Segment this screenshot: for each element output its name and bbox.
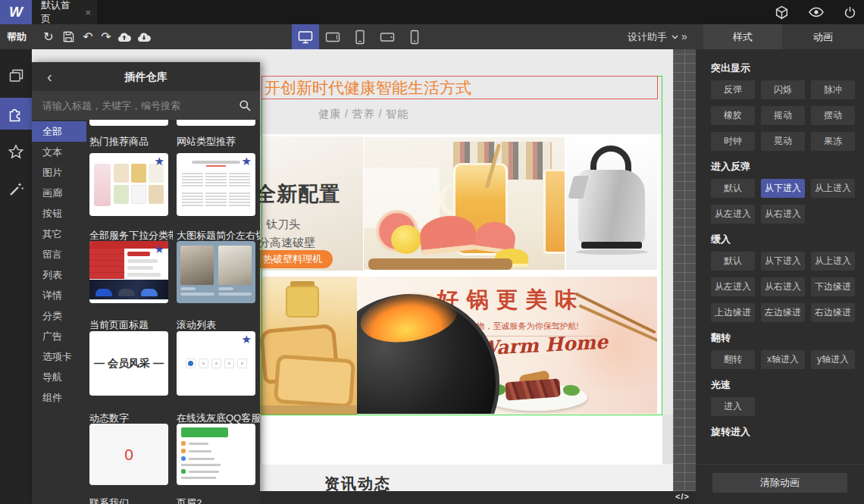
anim-button[interactable]: 下边缘进	[811, 277, 855, 296]
anim-button[interactable]: 上边缘进	[711, 303, 755, 322]
plugin-card-dropdown-menu[interactable]: ★	[89, 241, 168, 303]
wok-banner-image[interactable]: 好锅更美味 无忧购物，至诚服务为你保驾护航! Warm Home	[357, 277, 657, 414]
plugin-card-scroll-list[interactable]: ★	[177, 331, 255, 396]
anim-button[interactable]: 晃动	[761, 132, 805, 151]
anim-button[interactable]: 从上进入	[811, 252, 855, 271]
favorites-star-icon[interactable]	[0, 136, 32, 167]
tablet-landscape-icon[interactable]	[319, 24, 346, 49]
back-icon[interactable]: ‹	[47, 67, 52, 86]
save-icon[interactable]	[59, 24, 77, 49]
undo-icon[interactable]: ↶	[79, 24, 97, 49]
expand-panel-button[interactable]: »	[681, 24, 687, 49]
category-item[interactable]: 导航	[32, 367, 86, 387]
phone-landscape-icon[interactable]	[374, 24, 401, 49]
star-icon[interactable]: ★	[155, 155, 164, 167]
page-subtitle[interactable]: 健康 / 营养 / 智能	[318, 108, 409, 121]
category-item[interactable]: 选项卡	[32, 346, 86, 367]
anim-button[interactable]: 从下进入	[761, 252, 805, 271]
anim-button[interactable]: 橡胶	[711, 106, 755, 125]
tools-wand-icon[interactable]	[0, 174, 32, 205]
design-assistant-dropdown[interactable]: 设计助手	[628, 24, 678, 49]
cloud-download-icon[interactable]	[135, 24, 153, 49]
anim-button[interactable]: 闪烁	[761, 80, 805, 99]
anim-button[interactable]: x轴进入	[761, 350, 805, 369]
toast-image[interactable]	[260, 277, 357, 415]
star-icon[interactable]: ★	[242, 155, 252, 167]
search-icon[interactable]	[239, 99, 251, 111]
category-item[interactable]: 画廊	[32, 183, 86, 203]
anim-button[interactable]: 左边缘进	[761, 303, 805, 322]
anim-button[interactable]: 默认	[711, 179, 755, 198]
anim-button[interactable]: 脉冲	[811, 80, 855, 99]
category-item[interactable]: 其它	[32, 224, 86, 244]
banner-text-block[interactable]: 全新配置 钛刀头 分高速破壁 热破壁料理机	[260, 136, 363, 271]
pages-icon[interactable]	[0, 60, 32, 92]
category-item[interactable]: 详情	[32, 285, 86, 305]
tab-style[interactable]: 样式	[703, 24, 782, 49]
anim-button[interactable]: 从右进入	[761, 205, 805, 224]
anim-button[interactable]: 反弹	[711, 80, 755, 99]
banner-line1: 钛刀头	[266, 218, 363, 232]
anim-button[interactable]: 从左进入	[711, 205, 755, 224]
category-item[interactable]: 按钮	[32, 203, 86, 224]
page-tab[interactable]: 默认首页 ×	[32, 0, 97, 24]
anim-button[interactable]: 时钟	[711, 132, 755, 151]
kettle-product-image[interactable]	[566, 138, 657, 270]
redo-icon[interactable]: ↷	[97, 24, 115, 49]
anim-button[interactable]: 默认	[711, 252, 755, 271]
code-icon[interactable]: </>	[675, 492, 690, 501]
canvas-scrollbar[interactable]	[673, 49, 696, 491]
star-icon[interactable]: ★	[242, 333, 252, 345]
category-item[interactable]: 组件	[32, 387, 86, 408]
news-heading[interactable]: 资讯动态	[324, 474, 391, 491]
plugin-categories: 全部 文本 图片 画廊 按钮 其它 留言 列表 详情 分类 广告 选项卡 导航 …	[32, 120, 86, 504]
clear-animation-button[interactable]: 清除动画	[712, 473, 847, 493]
power-icon[interactable]	[844, 6, 856, 19]
tab-animation[interactable]: 动画	[782, 24, 864, 49]
anim-button[interactable]: 右边缘进	[811, 303, 855, 322]
refresh-icon[interactable]: ↻	[39, 24, 58, 49]
anim-button[interactable]: y轴进入	[811, 350, 855, 369]
toolbar: 帮助 ↻ ↶ ↷	[0, 24, 864, 49]
plugin-card-partial[interactable]	[89, 120, 168, 126]
cloud-upload-icon[interactable]	[115, 24, 133, 49]
plugin-card-page-title[interactable]: — 会员风采 —	[89, 331, 168, 396]
preview-eye-icon[interactable]	[809, 7, 824, 17]
plugin-card-dynamic-number[interactable]: 0	[89, 424, 168, 485]
anim-button[interactable]: 从左进入	[711, 277, 755, 296]
plugin-card-site-types[interactable]: ★	[177, 153, 255, 216]
category-item[interactable]: 广告	[32, 326, 86, 346]
anim-button[interactable]: 从右进入	[761, 277, 805, 296]
banner-button[interactable]: 热破壁料理机	[260, 250, 333, 268]
category-item[interactable]: 全部	[32, 121, 86, 142]
page-title[interactable]: 开创新时代健康智能生活方式	[261, 76, 658, 99]
plugin-card-hot-products[interactable]: ★	[89, 153, 168, 216]
category-item[interactable]: 分类	[32, 305, 86, 326]
anim-button[interactable]: 摇动	[761, 106, 805, 125]
components-cube-icon[interactable]	[775, 5, 789, 20]
anim-button[interactable]: 果冻	[811, 132, 855, 151]
plugin-card-big-image-switch[interactable]	[177, 241, 255, 303]
search-input[interactable]	[32, 100, 239, 111]
help-button[interactable]: 帮助	[7, 24, 27, 49]
anim-button[interactable]: 进入	[711, 397, 755, 416]
desktop-icon[interactable]	[292, 24, 319, 49]
anim-button[interactable]: 从上进入	[811, 179, 855, 198]
tablet-portrait-icon[interactable]	[346, 24, 374, 49]
anim-button[interactable]: 摆动	[811, 106, 855, 125]
anim-button-active[interactable]: 从下进入	[761, 179, 805, 198]
category-item[interactable]: 列表	[32, 265, 86, 285]
app-logo[interactable]: W	[0, 0, 32, 24]
plugin-card-partial[interactable]	[177, 120, 255, 126]
anim-button[interactable]: 翻转	[711, 350, 755, 369]
category-item[interactable]: 留言	[32, 244, 86, 265]
category-item[interactable]: 图片	[32, 162, 86, 183]
phone-portrait-icon[interactable]	[401, 24, 428, 49]
tab-close-icon[interactable]: ×	[85, 7, 91, 18]
animation-panel-footer: 清除动画	[696, 464, 864, 504]
juice-product-image[interactable]	[364, 137, 565, 270]
plugin-card-qq-service[interactable]	[177, 424, 255, 485]
plugins-puzzle-icon[interactable]	[0, 98, 32, 130]
star-icon[interactable]: ★	[155, 243, 164, 255]
category-item[interactable]: 文本	[32, 142, 86, 162]
